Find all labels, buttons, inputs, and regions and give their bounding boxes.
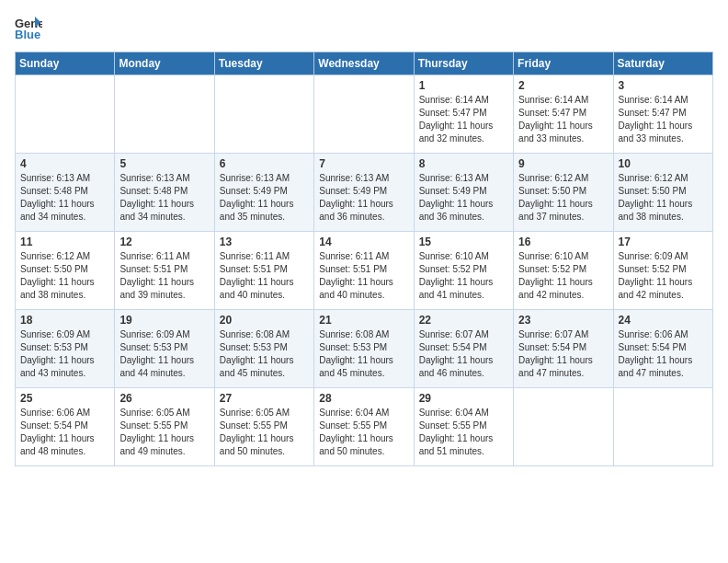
cell-content: Sunrise: 6:13 AM Sunset: 5:49 PM Dayligh… — [319, 172, 408, 224]
calendar-cell: 28Sunrise: 6:04 AM Sunset: 5:55 PM Dayli… — [314, 388, 414, 466]
calendar-cell: 27Sunrise: 6:05 AM Sunset: 5:55 PM Dayli… — [214, 388, 313, 466]
calendar-cell — [314, 75, 414, 154]
cell-content: Sunrise: 6:05 AM Sunset: 5:55 PM Dayligh… — [220, 407, 309, 458]
calendar-cell: 7Sunrise: 6:13 AM Sunset: 5:49 PM Daylig… — [314, 154, 414, 232]
calendar-cell: 16Sunrise: 6:10 AM Sunset: 5:52 PM Dayli… — [514, 232, 613, 310]
calendar-cell: 12Sunrise: 6:11 AM Sunset: 5:51 PM Dayli… — [115, 232, 214, 310]
day-number: 21 — [319, 314, 408, 327]
day-number: 20 — [220, 314, 309, 327]
calendar-cell: 22Sunrise: 6:07 AM Sunset: 5:54 PM Dayli… — [414, 310, 513, 388]
calendar-cell: 29Sunrise: 6:04 AM Sunset: 5:55 PM Dayli… — [414, 388, 513, 466]
cell-content: Sunrise: 6:05 AM Sunset: 5:55 PM Dayligh… — [119, 407, 209, 458]
cell-content: Sunrise: 6:06 AM Sunset: 5:54 PM Dayligh… — [20, 407, 109, 458]
calendar-cell: 15Sunrise: 6:10 AM Sunset: 5:52 PM Dayli… — [414, 232, 513, 310]
calendar-week-5: 25Sunrise: 6:06 AM Sunset: 5:54 PM Dayli… — [16, 388, 713, 466]
calendar-cell: 4Sunrise: 6:13 AM Sunset: 5:48 PM Daylig… — [16, 154, 115, 232]
cell-content: Sunrise: 6:08 AM Sunset: 5:53 PM Dayligh… — [319, 328, 408, 380]
cell-content: Sunrise: 6:08 AM Sunset: 5:53 PM Dayligh… — [220, 328, 309, 380]
calendar-week-4: 18Sunrise: 6:09 AM Sunset: 5:53 PM Dayli… — [16, 310, 713, 388]
weekday-header-thursday: Thursday — [414, 52, 513, 75]
calendar-cell: 3Sunrise: 6:14 AM Sunset: 5:47 PM Daylig… — [613, 75, 712, 154]
cell-content: Sunrise: 6:14 AM Sunset: 5:47 PM Dayligh… — [619, 94, 708, 145]
day-number: 29 — [419, 392, 508, 405]
weekday-header-sunday: Sunday — [16, 52, 115, 75]
calendar-cell: 10Sunrise: 6:12 AM Sunset: 5:50 PM Dayli… — [613, 154, 712, 232]
cell-content: Sunrise: 6:09 AM Sunset: 5:52 PM Dayligh… — [619, 250, 708, 302]
cell-content: Sunrise: 6:07 AM Sunset: 5:54 PM Dayligh… — [419, 328, 508, 380]
calendar-cell: 25Sunrise: 6:06 AM Sunset: 5:54 PM Dayli… — [16, 388, 115, 466]
weekday-header-tuesday: Tuesday — [214, 52, 313, 75]
cell-content: Sunrise: 6:11 AM Sunset: 5:51 PM Dayligh… — [220, 250, 309, 302]
day-number: 11 — [20, 236, 109, 248]
calendar-cell: 21Sunrise: 6:08 AM Sunset: 5:53 PM Dayli… — [314, 310, 414, 388]
day-number: 22 — [419, 314, 508, 327]
calendar-cell: 14Sunrise: 6:11 AM Sunset: 5:51 PM Dayli… — [314, 232, 414, 310]
cell-content: Sunrise: 6:13 AM Sunset: 5:49 PM Dayligh… — [419, 172, 508, 224]
cell-content: Sunrise: 6:06 AM Sunset: 5:54 PM Dayligh… — [619, 328, 708, 380]
calendar-cell: 23Sunrise: 6:07 AM Sunset: 5:54 PM Dayli… — [514, 310, 613, 388]
cell-content: Sunrise: 6:10 AM Sunset: 5:52 PM Dayligh… — [419, 250, 508, 302]
calendar-cell — [115, 75, 214, 154]
day-number: 14 — [319, 236, 408, 248]
day-number: 12 — [119, 236, 209, 248]
cell-content: Sunrise: 6:11 AM Sunset: 5:51 PM Dayligh… — [119, 250, 209, 302]
day-number: 18 — [20, 314, 109, 327]
day-number: 28 — [319, 392, 408, 405]
calendar-table: SundayMondayTuesdayWednesdayThursdayFrid… — [15, 52, 713, 466]
cell-content: Sunrise: 6:04 AM Sunset: 5:55 PM Dayligh… — [419, 407, 508, 458]
day-number: 7 — [319, 157, 408, 170]
svg-text:Blue: Blue — [15, 28, 40, 40]
cell-content: Sunrise: 6:11 AM Sunset: 5:51 PM Dayligh… — [319, 250, 408, 302]
day-number: 10 — [619, 157, 708, 170]
cell-content: Sunrise: 6:12 AM Sunset: 5:50 PM Dayligh… — [619, 172, 708, 224]
calendar-cell: 26Sunrise: 6:05 AM Sunset: 5:55 PM Dayli… — [115, 388, 214, 466]
weekday-header-row: SundayMondayTuesdayWednesdayThursdayFrid… — [16, 52, 713, 75]
day-number: 5 — [119, 157, 209, 170]
calendar-cell: 18Sunrise: 6:09 AM Sunset: 5:53 PM Dayli… — [16, 310, 115, 388]
cell-content: Sunrise: 6:13 AM Sunset: 5:48 PM Dayligh… — [119, 172, 209, 224]
calendar-cell: 19Sunrise: 6:09 AM Sunset: 5:53 PM Dayli… — [115, 310, 214, 388]
calendar-cell: 9Sunrise: 6:12 AM Sunset: 5:50 PM Daylig… — [514, 154, 613, 232]
day-number: 26 — [119, 392, 209, 405]
calendar-cell: 6Sunrise: 6:13 AM Sunset: 5:49 PM Daylig… — [214, 154, 313, 232]
calendar-cell: 17Sunrise: 6:09 AM Sunset: 5:52 PM Dayli… — [613, 232, 712, 310]
cell-content: Sunrise: 6:14 AM Sunset: 5:47 PM Dayligh… — [419, 94, 508, 145]
weekday-header-saturday: Saturday — [613, 52, 712, 75]
day-number: 2 — [518, 79, 608, 92]
calendar-cell — [16, 75, 115, 154]
day-number: 17 — [619, 236, 708, 248]
cell-content: Sunrise: 6:09 AM Sunset: 5:53 PM Dayligh… — [119, 328, 209, 380]
cell-content: Sunrise: 6:10 AM Sunset: 5:52 PM Dayligh… — [518, 250, 608, 302]
day-number: 15 — [419, 236, 508, 248]
day-number: 1 — [419, 79, 508, 92]
calendar-week-2: 4Sunrise: 6:13 AM Sunset: 5:48 PM Daylig… — [16, 154, 713, 232]
day-number: 27 — [220, 392, 309, 405]
calendar-cell: 2Sunrise: 6:14 AM Sunset: 5:47 PM Daylig… — [514, 75, 613, 154]
cell-content: Sunrise: 6:12 AM Sunset: 5:50 PM Dayligh… — [20, 250, 109, 302]
calendar-cell: 5Sunrise: 6:13 AM Sunset: 5:48 PM Daylig… — [115, 154, 214, 232]
calendar-cell: 13Sunrise: 6:11 AM Sunset: 5:51 PM Dayli… — [214, 232, 313, 310]
cell-content: Sunrise: 6:13 AM Sunset: 5:49 PM Dayligh… — [220, 172, 309, 224]
day-number: 9 — [518, 157, 608, 170]
page-header: General Blue — [15, 15, 713, 40]
calendar-cell — [514, 388, 613, 466]
cell-content: Sunrise: 6:07 AM Sunset: 5:54 PM Dayligh… — [518, 328, 608, 380]
day-number: 13 — [220, 236, 309, 248]
calendar-cell — [214, 75, 313, 154]
cell-content: Sunrise: 6:09 AM Sunset: 5:53 PM Dayligh… — [20, 328, 109, 380]
calendar-week-3: 11Sunrise: 6:12 AM Sunset: 5:50 PM Dayli… — [16, 232, 713, 310]
calendar-cell: 24Sunrise: 6:06 AM Sunset: 5:54 PM Dayli… — [613, 310, 712, 388]
logo-icon: General Blue — [15, 15, 42, 40]
day-number: 6 — [220, 157, 309, 170]
day-number: 23 — [518, 314, 608, 327]
day-number: 25 — [20, 392, 109, 405]
weekday-header-monday: Monday — [115, 52, 214, 75]
calendar-cell: 1Sunrise: 6:14 AM Sunset: 5:47 PM Daylig… — [414, 75, 513, 154]
calendar-cell: 8Sunrise: 6:13 AM Sunset: 5:49 PM Daylig… — [414, 154, 513, 232]
day-number: 24 — [619, 314, 708, 327]
weekday-header-friday: Friday — [514, 52, 613, 75]
calendar-cell — [613, 388, 712, 466]
cell-content: Sunrise: 6:14 AM Sunset: 5:47 PM Dayligh… — [518, 94, 608, 145]
cell-content: Sunrise: 6:04 AM Sunset: 5:55 PM Dayligh… — [319, 407, 408, 458]
day-number: 19 — [119, 314, 209, 327]
